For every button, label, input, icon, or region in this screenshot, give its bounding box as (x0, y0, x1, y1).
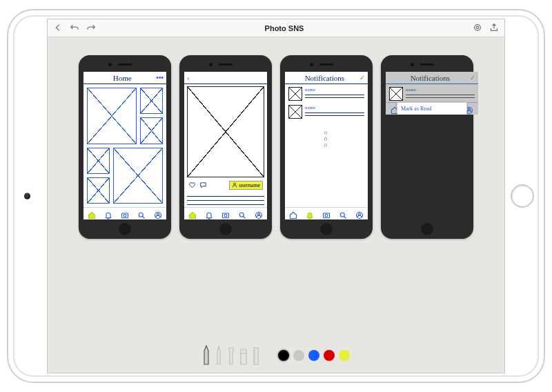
svg-point-0 (475, 24, 481, 30)
color-swatch-black[interactable] (278, 350, 289, 361)
mockup-phone-home[interactable]: Home ••• (79, 55, 171, 239)
tab-camera-icon[interactable] (221, 210, 230, 218)
tab-user-icon[interactable] (255, 210, 263, 218)
photo-placeholder[interactable] (87, 177, 110, 204)
header-title: Home (88, 74, 157, 82)
svg-point-9 (224, 214, 227, 217)
like-icon[interactable] (188, 179, 196, 191)
header-checkmark[interactable]: ✓ (359, 74, 365, 81)
photo-placeholder[interactable] (140, 117, 163, 144)
notification-row[interactable]: name (285, 84, 368, 102)
settings-button[interactable] (473, 23, 482, 34)
header-title: Notifications (391, 74, 470, 82)
tab-camera-icon[interactable] (322, 210, 331, 218)
design-canvas[interactable]: Home ••• (48, 37, 504, 373)
svg-point-7 (234, 183, 236, 185)
tab-bar (184, 207, 267, 219)
notif-name: name (305, 105, 364, 110)
mockup-phone-detail[interactable]: ‹ username (179, 55, 272, 239)
dialog-title: Mark as Read (401, 106, 463, 112)
confirm-dialog: Mark as Read Are you sure want to mark a… (397, 102, 467, 115)
tab-bell-icon[interactable] (306, 210, 314, 218)
color-swatch-yellow[interactable] (339, 350, 350, 361)
dialog-overlay: Mark as Read Are you sure want to mark a… (386, 84, 478, 102)
svg-point-14 (325, 214, 328, 217)
photo-large-placeholder[interactable] (187, 86, 264, 177)
color-swatch-red[interactable] (324, 350, 335, 361)
svg-point-15 (340, 213, 344, 217)
photo-placeholder[interactable] (140, 88, 163, 114)
svg-point-1 (476, 26, 479, 29)
ipad-frame: Photo SNS Home ••• (7, 9, 545, 383)
svg-point-10 (239, 213, 244, 217)
tab-user-icon[interactable] (355, 210, 364, 218)
notification-row[interactable]: name (285, 102, 368, 120)
photo-placeholder[interactable] (87, 148, 110, 174)
header-checkmark[interactable]: ✓ (470, 74, 475, 81)
dialog-message: Are you sure want to mark as read? (401, 113, 463, 115)
screen-header: Notifications ✓ (285, 72, 368, 84)
action-bar: username (187, 177, 264, 193)
svg-point-4 (139, 213, 143, 217)
marker-tool[interactable] (227, 345, 235, 366)
tab-camera-icon[interactable] (121, 210, 129, 218)
back-button[interactable] (53, 23, 63, 34)
tab-bar (83, 207, 166, 219)
eraser-tool[interactable] (239, 345, 248, 366)
screen-header: Home ••• (83, 72, 166, 84)
caption-lines (187, 193, 264, 205)
undo-button[interactable] (70, 23, 79, 34)
header-more[interactable]: ••• (156, 74, 164, 81)
bottom-palette (48, 345, 504, 366)
tab-search-icon[interactable] (339, 210, 347, 218)
ipad-camera-dot (24, 193, 30, 199)
screen-header: Notifications ✓ (386, 72, 478, 84)
tab-home-icon[interactable] (188, 210, 197, 218)
mockup-phone-notifications[interactable]: Notifications ✓ name (280, 55, 373, 239)
tool-tray (202, 345, 260, 366)
ipad-screen: Photo SNS Home ••• (47, 19, 505, 373)
tab-bell-icon[interactable] (104, 210, 112, 218)
username-label: username (239, 182, 260, 188)
tab-home-icon[interactable] (88, 210, 96, 218)
svg-rect-23 (241, 349, 246, 364)
mockup-phone-dialog[interactable]: Notifications ✓ name (381, 55, 473, 239)
color-swatch-grey[interactable] (293, 350, 304, 361)
tab-bar (285, 207, 368, 219)
color-swatch-blue[interactable] (308, 350, 319, 361)
pen-tool[interactable] (202, 345, 210, 366)
photo-grid (83, 84, 166, 207)
screen-header: ‹ (184, 72, 267, 84)
app-topbar: Photo SNS (48, 19, 504, 37)
project-title: Photo SNS (96, 24, 473, 32)
ipad-home-button[interactable] (511, 184, 534, 208)
color-swatches (278, 350, 350, 361)
tab-search-icon[interactable] (137, 210, 146, 218)
tab-search-icon[interactable] (238, 210, 246, 218)
avatar-placeholder (288, 105, 302, 119)
pencil-tool[interactable] (215, 345, 223, 366)
svg-point-3 (124, 214, 126, 217)
redo-button[interactable] (86, 23, 96, 34)
username-tag[interactable]: username (229, 181, 263, 190)
tab-home-icon[interactable] (289, 210, 297, 218)
photo-placeholder[interactable] (87, 88, 137, 144)
header-title: Notifications (290, 74, 359, 82)
tab-bell-icon[interactable] (205, 210, 213, 218)
notif-name: name (305, 87, 364, 92)
share-button[interactable] (489, 23, 499, 34)
ruler-tool[interactable] (252, 345, 260, 366)
comment-icon[interactable] (199, 179, 207, 191)
avatar-placeholder (288, 87, 302, 101)
tab-user-icon[interactable] (154, 210, 162, 218)
photo-placeholder[interactable] (113, 148, 163, 204)
